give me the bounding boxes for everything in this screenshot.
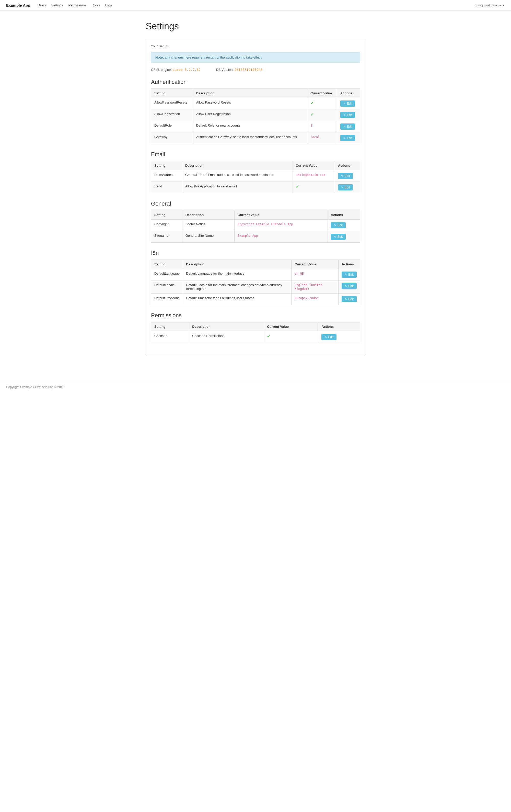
cell-setting: Sitename xyxy=(151,231,182,243)
th-actions: Actions xyxy=(337,89,360,98)
edit-pencil-icon: ✎ xyxy=(341,186,343,189)
th-setting: Setting xyxy=(151,89,193,98)
check-icon: ✔ xyxy=(267,334,270,339)
table-row: SitenameGeneral Site NameExample App✎Edi… xyxy=(151,231,360,243)
th-description: Description xyxy=(183,260,292,269)
table-row: GatewayAuthentication Gateway: set to lo… xyxy=(151,133,360,144)
cell-value: ✔ xyxy=(307,110,337,121)
edit-button-label: Edit xyxy=(345,174,350,178)
table-row: DefaultLocaleDefault Locale for the main… xyxy=(151,281,360,293)
edit-button-label: Edit xyxy=(348,273,354,277)
th-current-value: Current Value xyxy=(264,322,318,331)
edit-button[interactable]: ✎Edit xyxy=(338,173,353,179)
edit-button[interactable]: ✎Edit xyxy=(331,234,346,240)
cfml-value: Lucee 5.2.7.62 xyxy=(173,68,201,71)
th-description: Description xyxy=(189,322,264,331)
edit-button[interactable]: ✎Edit xyxy=(341,283,357,289)
cell-setting: AllowRegistration xyxy=(151,110,193,121)
cell-actions: ✎Edit xyxy=(328,231,360,243)
card-label: Your Setup: xyxy=(151,44,360,48)
table-row: DefaultLanguageDefault Language for the … xyxy=(151,269,360,281)
nav-links: UsersSettingsPermissionsRolesLogs xyxy=(37,3,475,7)
cell-value: ✔ xyxy=(307,98,337,110)
cell-description: Footer Notice xyxy=(182,220,234,231)
th-setting: Setting xyxy=(151,260,183,269)
value-email: admin@domain.com xyxy=(296,173,326,177)
nav-link-permissions[interactable]: Permissions xyxy=(68,3,86,7)
nav-link-roles[interactable]: Roles xyxy=(91,3,100,7)
edit-button[interactable]: ✎Edit xyxy=(341,296,357,302)
table-4: SettingDescriptionCurrent ValueActionsCa… xyxy=(151,322,360,343)
edit-pencil-icon: ✎ xyxy=(343,114,346,117)
edit-button[interactable]: ✎Edit xyxy=(322,334,336,340)
edit-button-label: Edit xyxy=(337,224,343,227)
edit-pencil-icon: ✎ xyxy=(345,298,347,301)
alert-prefix: Note: xyxy=(155,56,164,59)
cell-value: ✔ xyxy=(293,182,335,193)
edit-button[interactable]: ✎Edit xyxy=(340,135,355,141)
cell-actions: ✎Edit xyxy=(337,110,360,121)
th-current-value: Current Value xyxy=(235,210,328,220)
th-current-value: Current Value xyxy=(291,260,338,269)
db-info: DB Version: 20180519105948 xyxy=(216,68,262,71)
table-row: CopyrightFooter NoticeCopyright Example … xyxy=(151,220,360,231)
cell-actions: ✎Edit xyxy=(328,220,360,231)
table-1: SettingDescriptionCurrent ValueActionsFr… xyxy=(151,161,360,193)
section-title-4: Permissions xyxy=(151,312,360,319)
edit-button-label: Edit xyxy=(348,284,354,288)
edit-button-label: Edit xyxy=(337,235,343,238)
edit-pencil-icon: ✎ xyxy=(341,174,343,178)
nav-user[interactable]: tom@oxalto.co.uk ▼ xyxy=(475,3,505,7)
section-title-3: I8n xyxy=(151,250,360,256)
edit-button[interactable]: ✎Edit xyxy=(331,222,346,228)
cell-actions: ✎Edit xyxy=(335,170,360,182)
cell-setting: Cascade xyxy=(151,331,189,343)
th-description: Description xyxy=(193,89,307,98)
edit-button-label: Edit xyxy=(347,136,352,140)
value-number: 3 xyxy=(310,123,312,127)
cell-description: Allow User Registration xyxy=(193,110,307,121)
cell-value: English (United Kingdom) xyxy=(291,281,338,293)
page-content: Settings Your Setup: Note: any changes h… xyxy=(141,11,370,371)
cell-value: Copyright Example CFWheels App xyxy=(235,220,328,231)
table-row: FromAddressGeneral 'From' Email address … xyxy=(151,170,360,182)
nav-link-users[interactable]: Users xyxy=(37,3,46,7)
cell-description: Default Language for the main interface xyxy=(183,269,292,281)
edit-button[interactable]: ✎Edit xyxy=(340,123,355,129)
alert-text: any changes here require a restart of th… xyxy=(165,56,261,59)
cell-setting: AllowPasswordResets xyxy=(151,98,193,110)
edit-pencil-icon: ✎ xyxy=(345,273,347,277)
footer: Copyright Example CFWheels App © 2018 xyxy=(0,381,511,393)
th-description: Description xyxy=(182,210,234,220)
table-row: CascadeCascade Permissions✔✎Edit xyxy=(151,331,360,343)
cfml-label: CFML engine: xyxy=(151,68,172,71)
cell-actions: ✎Edit xyxy=(338,281,360,293)
app-brand[interactable]: Example App xyxy=(6,3,30,7)
cell-actions: ✎Edit xyxy=(337,98,360,110)
edit-pencil-icon: ✎ xyxy=(334,235,336,238)
cell-setting: DefaultLanguage xyxy=(151,269,183,281)
cell-actions: ✎Edit xyxy=(338,269,360,281)
value-generic: Europe/London xyxy=(295,296,319,300)
edit-button[interactable]: ✎Edit xyxy=(341,271,357,278)
cell-description: Default Timezone for all buildings,users… xyxy=(183,293,292,305)
th-current-value: Current Value xyxy=(307,89,337,98)
edit-button-label: Edit xyxy=(345,185,350,189)
alert-note: Note: any changes here require a restart… xyxy=(151,52,360,63)
edit-button[interactable]: ✎Edit xyxy=(340,112,355,118)
meta-info: CFML engine: Lucee 5.2.7.62 DB Version: … xyxy=(151,68,360,71)
cell-setting: DefaultLocale xyxy=(151,281,183,293)
db-value: 20180519105948 xyxy=(235,68,263,71)
edit-button[interactable]: ✎Edit xyxy=(338,184,353,191)
cell-description: Default Locale for the main interface: c… xyxy=(183,281,292,293)
sections-container: AuthenticationSettingDescriptionCurrent … xyxy=(151,79,360,343)
nav-link-logs[interactable]: Logs xyxy=(105,3,112,7)
edit-button[interactable]: ✎Edit xyxy=(340,100,355,107)
table-row: DefaultRoleDefault Role for new accounts… xyxy=(151,121,360,133)
table-row: AllowPasswordResetsAllow Password Resets… xyxy=(151,98,360,110)
settings-card: Your Setup: Note: any changes here requi… xyxy=(146,39,365,355)
cfml-info: CFML engine: Lucee 5.2.7.62 xyxy=(151,68,201,71)
th-actions: Actions xyxy=(318,322,360,331)
navbar: Example App UsersSettingsPermissionsRole… xyxy=(0,0,511,11)
nav-link-settings[interactable]: Settings xyxy=(51,3,63,7)
